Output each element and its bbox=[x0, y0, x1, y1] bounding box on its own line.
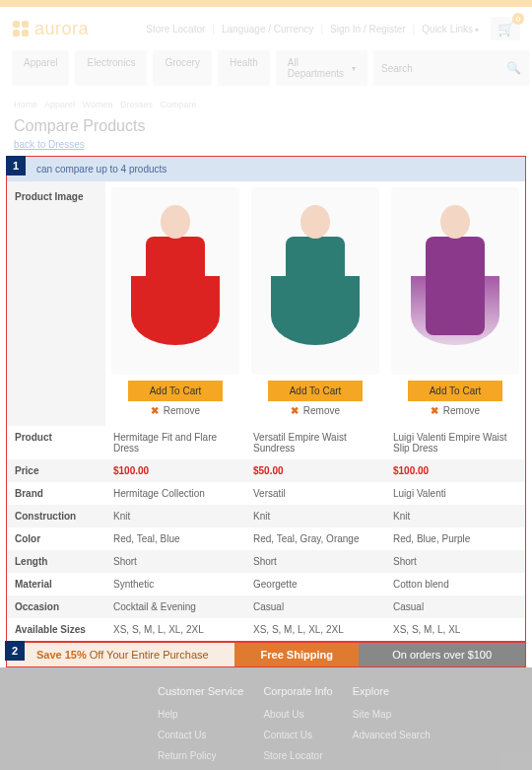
footer-link-help[interactable]: Help bbox=[158, 709, 243, 720]
product-name: Versatil Empire Waist Sundress bbox=[245, 426, 385, 459]
logo-text: aurora bbox=[34, 19, 89, 39]
breadcrumb: Home Apparel Women Dresses Compare bbox=[0, 94, 532, 115]
row-label-product: Product bbox=[7, 426, 105, 459]
search-input[interactable] bbox=[381, 63, 506, 74]
remove-link[interactable]: ✖ Remove bbox=[391, 405, 519, 416]
chevron-down-icon: ▾ bbox=[352, 64, 356, 73]
tab-electronics[interactable]: Electronics bbox=[75, 50, 147, 86]
row-label-sizes: Available Sizes bbox=[7, 618, 105, 641]
footer-link-sitemap[interactable]: Site Map bbox=[353, 709, 431, 720]
crumb-women[interactable]: Women bbox=[83, 100, 113, 109]
footer-link-contact2[interactable]: Contact Us bbox=[263, 730, 332, 740]
callout-marker-2: 2 bbox=[5, 641, 25, 661]
compare-table: Product Image Add To Cart ✖ Remove Add T… bbox=[7, 181, 525, 641]
product-name: Hermitage Fit and Flare Dress bbox=[105, 426, 245, 459]
product-image[interactable] bbox=[251, 187, 379, 375]
row-label-image: Product Image bbox=[7, 181, 105, 426]
row-label-length: Length bbox=[7, 550, 105, 573]
cart-icon: 🛒 bbox=[498, 21, 514, 36]
product-construction: Knit bbox=[105, 505, 245, 527]
product-occasion: Casual bbox=[245, 595, 385, 618]
cart-count-badge: 0 bbox=[512, 13, 524, 25]
callout-marker-1: 1 bbox=[6, 156, 26, 175]
product-name: Luigi Valenti Empire Waist Slip Dress bbox=[385, 426, 525, 459]
row-label-construction: Construction bbox=[7, 505, 105, 527]
footer-head-cs: Customer Service bbox=[158, 685, 243, 697]
quick-links[interactable]: Quick Links▾ bbox=[422, 24, 479, 35]
remove-x-icon: ✖ bbox=[431, 405, 438, 416]
product-construction: Knit bbox=[245, 505, 385, 527]
compare-region: 1 can compare up to 4 products Product I… bbox=[6, 156, 526, 642]
product-sizes: XS, S, M, L, XL bbox=[385, 618, 525, 641]
product-brand: Versatil bbox=[245, 482, 385, 505]
crumb-apparel[interactable]: Apparel bbox=[44, 100, 75, 109]
product-length: Short bbox=[105, 550, 245, 573]
remove-link[interactable]: ✖ Remove bbox=[111, 405, 239, 416]
product-image[interactable] bbox=[111, 187, 239, 375]
promo-save: Save 15% Off Your Entire Purchase bbox=[7, 643, 234, 666]
chevron-down-icon: ▾ bbox=[475, 26, 479, 35]
product-color: Red, Blue, Purple bbox=[385, 527, 525, 550]
crumb-compare: Compare bbox=[160, 100, 196, 109]
product-construction: Knit bbox=[385, 505, 525, 527]
store-locator-link[interactable]: Store Locator bbox=[146, 24, 205, 35]
search-icon[interactable]: 🔍 bbox=[506, 61, 521, 75]
footer-link-contact[interactable]: Contact Us bbox=[158, 730, 243, 740]
product-occasion: Casual bbox=[385, 595, 525, 618]
product-price: $100.00 bbox=[113, 465, 149, 476]
footer-head-explore: Explore bbox=[353, 685, 431, 697]
product-brand: Hermitage Collection bbox=[105, 482, 245, 505]
row-label-price: Price bbox=[7, 459, 105, 482]
product-material: Georgette bbox=[245, 573, 385, 595]
language-link[interactable]: Language / Currency bbox=[222, 24, 313, 35]
svg-rect-1 bbox=[22, 21, 29, 28]
add-to-cart-button[interactable]: Add To Cart bbox=[268, 381, 364, 401]
product-color: Red, Teal, Gray, Orange bbox=[245, 527, 385, 550]
promo-banner[interactable]: Save 15% Off Your Entire Purchase Free S… bbox=[6, 642, 526, 667]
search-bar[interactable]: 🔍 bbox=[373, 50, 529, 86]
remove-x-icon: ✖ bbox=[151, 405, 159, 416]
tab-all-departments[interactable]: All Departments▾ bbox=[276, 50, 367, 86]
signin-link[interactable]: Sign In / Register bbox=[330, 24, 406, 35]
product-image[interactable] bbox=[391, 187, 519, 375]
product-material: Synthetic bbox=[105, 573, 245, 595]
row-label-color: Color bbox=[7, 527, 105, 550]
product-color: Red, Teal, Blue bbox=[105, 527, 245, 550]
add-to-cart-button[interactable]: Add To Cart bbox=[408, 381, 503, 401]
footer: Customer Service Help Contact Us Return … bbox=[0, 667, 532, 770]
add-to-cart-button[interactable]: Add To Cart bbox=[128, 381, 224, 401]
svg-rect-3 bbox=[22, 30, 29, 36]
product-sizes: XS, S, M, L, XL, 2XL bbox=[105, 618, 245, 641]
row-label-material: Material bbox=[7, 573, 105, 595]
compare-info-message: can compare up to 4 products bbox=[7, 157, 525, 181]
footer-link-about[interactable]: About Us bbox=[263, 709, 332, 720]
product-length: Short bbox=[245, 550, 385, 573]
promo-free-shipping: Free Shipping bbox=[234, 643, 359, 666]
product-length: Short bbox=[385, 550, 525, 573]
row-label-brand: Brand bbox=[7, 482, 105, 505]
tab-grocery[interactable]: Grocery bbox=[153, 50, 212, 86]
site-logo[interactable]: aurora bbox=[12, 19, 89, 39]
product-material: Cotton blend bbox=[385, 573, 525, 595]
remove-x-icon: ✖ bbox=[291, 405, 299, 416]
remove-link[interactable]: ✖ Remove bbox=[251, 405, 379, 416]
logo-icon bbox=[12, 20, 30, 37]
row-label-occasion: Occasion bbox=[7, 595, 105, 618]
svg-rect-2 bbox=[13, 30, 20, 36]
page-title: Compare Products bbox=[0, 115, 532, 137]
footer-head-ci: Corporate Info bbox=[263, 685, 332, 697]
product-occasion: Cocktail & Evening bbox=[105, 595, 245, 618]
footer-link-advsearch[interactable]: Advanced Search bbox=[353, 730, 431, 740]
svg-rect-0 bbox=[13, 21, 20, 28]
crumb-home[interactable]: Home bbox=[14, 100, 37, 109]
tab-health[interactable]: Health bbox=[218, 50, 270, 86]
back-to-dresses-link[interactable]: back to Dresses bbox=[0, 137, 532, 156]
product-brand: Luigi Valenti bbox=[385, 482, 525, 505]
tab-apparel[interactable]: Apparel bbox=[12, 50, 69, 86]
product-price: $50.00 bbox=[253, 465, 284, 476]
product-price: $100.00 bbox=[393, 465, 429, 476]
product-sizes: XS, S, M, L, XL, 2XL bbox=[245, 618, 385, 641]
footer-link-return[interactable]: Return Policy bbox=[158, 750, 243, 761]
crumb-dresses[interactable]: Dresses bbox=[120, 100, 153, 109]
footer-link-storeloc[interactable]: Store Locator bbox=[263, 750, 332, 761]
